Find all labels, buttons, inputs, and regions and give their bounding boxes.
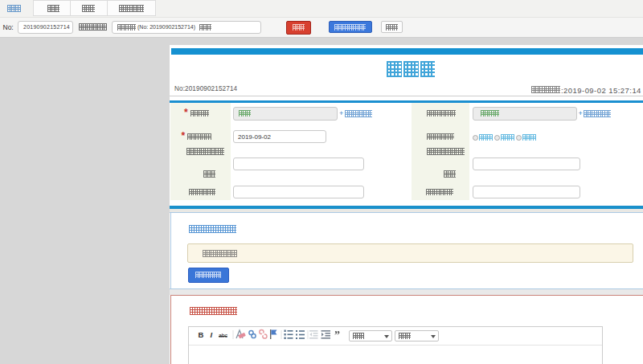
svg-text:”: ” — [334, 329, 340, 342]
